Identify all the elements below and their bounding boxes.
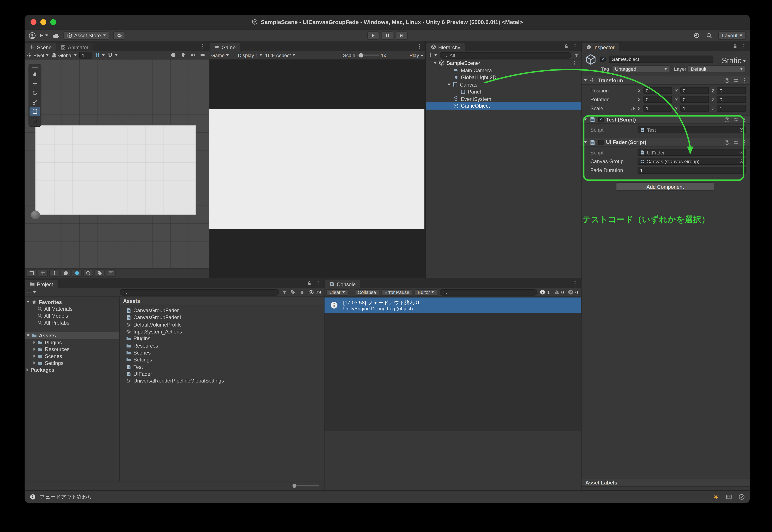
warning-count-badge[interactable]: 0: [554, 289, 564, 295]
assets-root-row[interactable]: Assets: [25, 332, 119, 339]
status-message[interactable]: フェードアウト終わり: [40, 493, 92, 500]
file-row[interactable]: DefaultVolumeProfile: [120, 321, 324, 328]
collapse-button[interactable]: Collapse: [355, 289, 379, 295]
move-tool-button[interactable]: [30, 79, 40, 88]
hierarchy-row-eventsystem[interactable]: EventSystem: [426, 95, 581, 102]
hierarchy-row-panel[interactable]: Panel: [426, 88, 581, 95]
uifader-script-header[interactable]: UI Fader (Script): [582, 138, 750, 147]
lock-icon[interactable]: [307, 281, 312, 286]
minimize-button[interactable]: [40, 19, 46, 25]
hierarchy-search-input[interactable]: All: [440, 52, 571, 58]
search-by-label-icon[interactable]: [291, 289, 296, 295]
canvas-group-object-field[interactable]: Canvas (Canvas Group): [638, 158, 746, 165]
file-row[interactable]: CanvasGroupFader: [120, 307, 324, 314]
object-picker-icon[interactable]: [739, 159, 744, 164]
aspect-dropdown[interactable]: 16:9 Aspect: [265, 52, 295, 58]
tag-dropdown[interactable]: Untagged: [612, 65, 670, 72]
layer-dropdown[interactable]: Default: [688, 65, 746, 72]
activity-icon[interactable]: [713, 494, 719, 500]
project-search-input[interactable]: [120, 289, 279, 295]
all-materials-row[interactable]: All Materials: [25, 305, 119, 312]
ui-canvas-rect[interactable]: [35, 125, 196, 215]
package-manager-button[interactable]: [113, 31, 125, 40]
global-dropdown[interactable]: Global: [51, 52, 77, 58]
script-object-field[interactable]: UIFader: [638, 149, 746, 156]
search-overlay-icon[interactable]: [83, 269, 93, 277]
more-icon[interactable]: [742, 117, 747, 122]
file-row[interactable]: UniversalRenderPipelineGlobalSettings: [120, 377, 324, 384]
file-row[interactable]: CanvasGroupFader1: [120, 314, 324, 321]
folder-row-plugins[interactable]: Plugins: [25, 339, 119, 346]
gizmos-icon[interactable]: [106, 269, 115, 277]
tab-scene[interactable]: Scene: [25, 43, 56, 51]
rotation-x-field[interactable]: 0: [644, 96, 672, 103]
error-pause-button[interactable]: Error Pause: [381, 289, 412, 295]
all-models-row[interactable]: All Models: [25, 312, 119, 319]
file-row[interactable]: Test: [120, 363, 324, 371]
render-mode-icon[interactable]: [26, 269, 36, 277]
foldout-closed-icon[interactable]: [33, 341, 35, 344]
add-component-button[interactable]: Add Component: [616, 182, 714, 191]
fade-duration-field[interactable]: 1: [638, 167, 746, 174]
position-z-field[interactable]: 0: [717, 87, 746, 94]
scale-slider[interactable]: [357, 55, 379, 56]
link-icon[interactable]: [631, 105, 636, 111]
tab-animator[interactable]: Animator: [56, 43, 93, 51]
scale-y-field[interactable]: 1: [680, 105, 709, 112]
wireframe-icon[interactable]: [49, 269, 59, 277]
static-dropdown[interactable]: Static: [722, 57, 746, 66]
position-y-field[interactable]: 0: [680, 87, 709, 94]
hierarchy-row-main-camera[interactable]: Main Camera: [426, 67, 581, 74]
file-row[interactable]: Plugins: [120, 335, 324, 342]
create-dropdown[interactable]: [26, 290, 36, 295]
active-checkbox[interactable]: [600, 57, 606, 62]
file-row[interactable]: Scenes: [120, 349, 324, 356]
transform-tool-button[interactable]: [30, 117, 40, 125]
zoom-slider-knob[interactable]: [292, 484, 296, 488]
tab-project[interactable]: Project: [25, 280, 58, 288]
search-by-type-icon[interactable]: [282, 289, 287, 295]
error-count-badge[interactable]: 0: [568, 289, 578, 295]
scene-viewport[interactable]: [25, 59, 209, 268]
favorites-icon[interactable]: [299, 289, 305, 295]
help-icon[interactable]: [724, 117, 730, 122]
more-icon[interactable]: [572, 43, 578, 49]
transform-header[interactable]: Transform: [582, 76, 750, 85]
file-row[interactable]: Settings: [120, 356, 324, 363]
foldout-open-icon[interactable]: [447, 84, 450, 85]
hierarchy-row-global-light[interactable]: Global Light 2D: [426, 74, 581, 81]
shading-mode-icon[interactable]: [170, 52, 176, 58]
tab-console[interactable]: Console: [325, 280, 360, 288]
more-icon[interactable]: [742, 140, 747, 145]
lighting-icon[interactable]: [180, 52, 186, 58]
foldout-closed-icon[interactable]: [33, 355, 35, 358]
gameobject-name-field[interactable]: GameObject: [609, 56, 713, 63]
preset-icon[interactable]: [733, 117, 739, 122]
game-viewport[interactable]: [209, 59, 425, 278]
help-icon[interactable]: [724, 77, 730, 83]
console-search-input[interactable]: [440, 289, 537, 295]
hierarchy-row-gameobject[interactable]: GameObject: [426, 102, 581, 109]
grid-visibility-dropdown[interactable]: [94, 52, 105, 58]
step-button[interactable]: [396, 31, 407, 40]
rect-tool-button[interactable]: [30, 107, 40, 116]
tab-hierarchy[interactable]: Hierarchy: [426, 43, 465, 51]
object-picker-icon[interactable]: [739, 150, 744, 155]
close-button[interactable]: [31, 19, 36, 25]
hierarchy-row-canvas[interactable]: Canvas: [426, 81, 581, 88]
component-enabled-checkbox[interactable]: [598, 140, 604, 145]
progress-icon[interactable]: [739, 494, 745, 500]
more-icon[interactable]: [315, 280, 321, 286]
foldout-open-icon[interactable]: [434, 62, 437, 64]
audio-icon[interactable]: [190, 52, 196, 58]
scale-x-field[interactable]: 1: [644, 105, 672, 112]
filter-icon[interactable]: [573, 52, 579, 58]
clear-button[interactable]: Clear: [327, 289, 348, 295]
hidden-count-badge[interactable]: 29: [308, 289, 321, 295]
play-button[interactable]: [367, 31, 379, 40]
folder-row-scenes[interactable]: Scenes: [25, 353, 119, 360]
search-icon[interactable]: [706, 32, 713, 38]
labels-icon[interactable]: [94, 269, 104, 277]
2d-toggle-icon[interactable]: [72, 269, 82, 277]
hierarchy-row-scene[interactable]: SampleScene*: [426, 59, 581, 67]
